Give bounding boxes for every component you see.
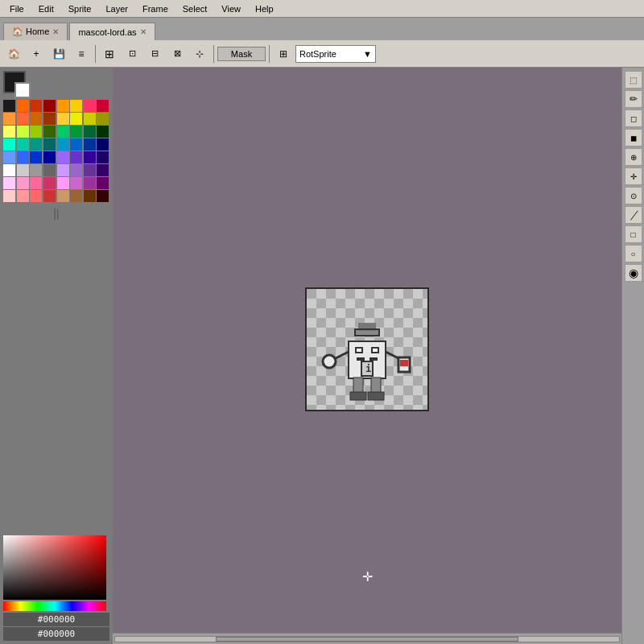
zoom-1-button[interactable]: ⊟ xyxy=(144,43,165,64)
color-swatch-48[interactable] xyxy=(3,177,15,189)
color-swatch-59[interactable] xyxy=(43,190,56,202)
color-swatch-63[interactable] xyxy=(97,190,109,202)
color-swatch-15[interactable] xyxy=(97,113,109,125)
color-swatch-26[interactable] xyxy=(30,138,42,151)
save-button[interactable]: 💾 xyxy=(48,43,69,64)
color-swatch-19[interactable] xyxy=(43,126,56,138)
color-swatch-35[interactable] xyxy=(43,151,56,163)
color-swatch-8[interactable] xyxy=(3,113,15,125)
menu-button[interactable]: ≡ xyxy=(71,43,92,64)
color-swatch-10[interactable] xyxy=(30,113,42,125)
color-swatch-5[interactable] xyxy=(70,100,82,112)
color-swatch-22[interactable] xyxy=(84,126,96,138)
menu-help[interactable]: Help xyxy=(249,2,280,15)
color-swatch-23[interactable] xyxy=(97,126,109,138)
color-swatch-18[interactable] xyxy=(30,126,42,138)
tab-mascot-close[interactable]: ✕ xyxy=(140,27,147,36)
color-swatch-62[interactable] xyxy=(84,190,96,202)
sprite-select-dropdown[interactable]: RotSprite ▼ xyxy=(295,45,376,63)
color-swatch-28[interactable] xyxy=(57,138,69,151)
tab-home[interactable]: 🏠 Home ✕ xyxy=(3,23,68,40)
sprite-canvas[interactable] xyxy=(305,287,429,411)
color-swatch-1[interactable] xyxy=(17,100,29,112)
mask-button[interactable]: Mask xyxy=(217,47,266,61)
color-swatch-50[interactable] xyxy=(30,177,42,189)
color-swatch-31[interactable] xyxy=(97,138,109,151)
color-swatch-14[interactable] xyxy=(84,113,96,125)
color-swatch-27[interactable] xyxy=(43,138,56,151)
menu-file[interactable]: File xyxy=(3,2,31,15)
color-swatch-21[interactable] xyxy=(70,126,82,138)
canvas-scrollbar-h[interactable] xyxy=(113,633,621,644)
new-file-button[interactable]: 🏠 xyxy=(3,43,24,64)
color-swatch-38[interactable] xyxy=(84,151,96,163)
secondary-color-swatch[interactable] xyxy=(14,82,31,98)
color-swatch-30[interactable] xyxy=(84,138,96,151)
color-swatch-25[interactable] xyxy=(17,138,29,151)
zoom-fit-button[interactable]: ⊡ xyxy=(122,43,142,64)
color-swatch-2[interactable] xyxy=(30,100,42,112)
color-swatch-57[interactable] xyxy=(17,190,29,202)
color-swatch-55[interactable] xyxy=(97,177,109,189)
color-swatch-39[interactable] xyxy=(97,151,109,163)
color-swatch-46[interactable] xyxy=(84,164,96,176)
color-swatch-42[interactable] xyxy=(30,164,42,176)
rect-tool-button[interactable]: □ xyxy=(625,225,642,243)
color-swatch-47[interactable] xyxy=(97,164,109,176)
secondary-hex-input[interactable]: #000000 xyxy=(3,627,109,641)
color-swatch-54[interactable] xyxy=(84,177,96,189)
color-swatch-61[interactable] xyxy=(70,190,82,202)
pencil-tool-button[interactable]: ✏ xyxy=(625,90,642,108)
color-swatch-53[interactable] xyxy=(70,177,82,189)
color-swatch-0[interactable] xyxy=(3,100,15,112)
color-swatch-49[interactable] xyxy=(17,177,29,189)
primary-hex-input[interactable]: #000000 xyxy=(3,613,109,626)
color-swatch-40[interactable] xyxy=(3,164,15,176)
smear-tool-button[interactable]: ◉ xyxy=(625,264,642,282)
grid-toggle-button[interactable]: ⊞ xyxy=(273,43,294,64)
color-swatch-41[interactable] xyxy=(17,164,29,176)
color-swatch-6[interactable] xyxy=(84,100,96,112)
eraser-tool-button[interactable]: ◻ xyxy=(625,109,642,127)
grid-button[interactable]: ⊞ xyxy=(99,43,120,64)
zoom-tool-button[interactable]: ⊕ xyxy=(625,148,642,166)
marquee-tool-button[interactable]: ⬚ xyxy=(625,71,642,89)
scrollbar-track-h[interactable] xyxy=(114,636,620,642)
color-swatch-16[interactable] xyxy=(3,126,15,138)
selection-button[interactable]: ⊹ xyxy=(189,43,210,64)
color-swatch-13[interactable] xyxy=(70,113,82,125)
fill-tool-button[interactable]: ◼ xyxy=(625,129,642,147)
color-swatch-11[interactable] xyxy=(43,113,56,125)
color-swatch-56[interactable] xyxy=(3,190,15,202)
color-swatch-60[interactable] xyxy=(57,190,69,202)
color-swatch-51[interactable] xyxy=(43,177,56,189)
menu-sprite[interactable]: Sprite xyxy=(62,2,98,15)
color-swatch-20[interactable] xyxy=(57,126,69,138)
move-tool-button[interactable]: ✛ xyxy=(625,167,642,185)
color-swatch-32[interactable] xyxy=(3,151,15,163)
circle-tool-button[interactable]: ○ xyxy=(625,245,642,262)
scrollbar-thumb-h[interactable] xyxy=(216,637,518,642)
color-swatch-37[interactable] xyxy=(70,151,82,163)
eyedropper-tool-button[interactable]: ⊙ xyxy=(625,187,642,204)
color-swatch-58[interactable] xyxy=(30,190,42,202)
add-button[interactable]: + xyxy=(26,43,47,64)
canvas-viewport[interactable]: ✛ xyxy=(113,68,621,633)
color-swatch-9[interactable] xyxy=(17,113,29,125)
line-tool-button[interactable]: ╱ xyxy=(625,206,642,224)
menu-layer[interactable]: Layer xyxy=(99,2,134,15)
zoom-2-button[interactable]: ⊠ xyxy=(167,43,188,64)
color-swatch-29[interactable] xyxy=(70,138,82,151)
color-swatch-4[interactable] xyxy=(57,100,69,112)
menu-select[interactable]: Select xyxy=(176,2,214,15)
color-swatch-34[interactable] xyxy=(30,151,42,163)
color-hue-slider[interactable] xyxy=(3,601,106,611)
color-swatch-24[interactable] xyxy=(3,138,15,151)
tab-mascot[interactable]: mascot-lord.as ✕ xyxy=(69,23,155,40)
primary-color-swatch[interactable] xyxy=(3,71,26,93)
color-swatch-7[interactable] xyxy=(97,100,109,112)
color-swatch-36[interactable] xyxy=(57,151,69,163)
color-swatch-43[interactable] xyxy=(43,164,56,176)
color-swatch-45[interactable] xyxy=(70,164,82,176)
color-swatch-44[interactable] xyxy=(57,164,69,176)
